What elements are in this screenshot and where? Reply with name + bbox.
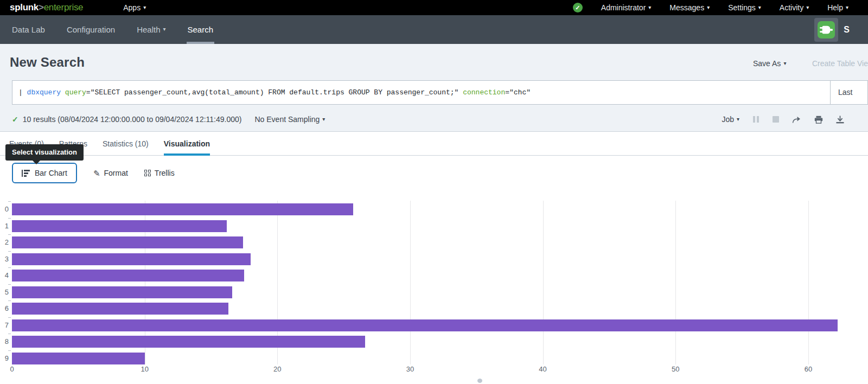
splunk-logo[interactable]: splunk>enterprise bbox=[10, 2, 83, 13]
chevron-down-icon bbox=[846, 4, 848, 10]
chart-type-label: Bar Chart bbox=[35, 169, 67, 177]
topbar-right: ✓ AdministratorMessagesSettingsActivityH… bbox=[573, 3, 868, 12]
bar[interactable] bbox=[12, 303, 228, 315]
event-sampling-menu[interactable]: No Event Sampling bbox=[254, 115, 325, 124]
trellis-button[interactable]: Trellis bbox=[144, 169, 175, 177]
menu-administrator[interactable]: Administrator bbox=[601, 3, 652, 12]
y-tick bbox=[8, 218, 11, 219]
select-visualization-tooltip: Select visualization bbox=[5, 144, 84, 161]
y-category-label: 8 bbox=[0, 337, 9, 345]
query-segment: dbxquery bbox=[27, 88, 61, 97]
print-button[interactable] bbox=[814, 116, 823, 124]
logo-gt: > bbox=[39, 2, 44, 12]
tooltip-text: Select visualization bbox=[12, 148, 77, 156]
bar[interactable] bbox=[12, 286, 232, 298]
x-tick-label: 30 bbox=[397, 365, 423, 373]
tab-statistics-10[interactable]: Statistics (10) bbox=[103, 132, 149, 155]
chevron-down-icon bbox=[648, 4, 651, 10]
y-tick bbox=[8, 251, 11, 252]
y-category-label: 2 bbox=[0, 238, 9, 246]
chart-type-button[interactable]: Bar Chart bbox=[12, 163, 77, 183]
format-label: Format bbox=[104, 169, 128, 177]
menu-help[interactable]: Help bbox=[827, 3, 848, 12]
y-tick bbox=[8, 234, 11, 235]
results-tabs: Events (0)PatternsStatistics (10)Visuali… bbox=[0, 132, 868, 156]
y-category-label: 3 bbox=[0, 255, 9, 263]
tab-label: Visualization bbox=[164, 139, 210, 148]
bar[interactable] bbox=[12, 236, 243, 248]
search-bar: | dbxquery query="SELECT passenger_count… bbox=[12, 80, 868, 105]
menu-label: Messages bbox=[669, 3, 704, 12]
menu-label: Settings bbox=[728, 3, 756, 12]
menu-label: Activity bbox=[780, 3, 803, 12]
scroll-indicator-dot[interactable] bbox=[477, 379, 482, 383]
apps-label: Apps bbox=[123, 3, 141, 12]
app-nav-health[interactable]: Health bbox=[137, 15, 165, 44]
trellis-label: Trellis bbox=[155, 169, 175, 177]
app-nav-search[interactable]: Search bbox=[188, 15, 214, 44]
health-check-icon[interactable]: ✓ bbox=[573, 3, 583, 12]
y-tick bbox=[8, 284, 11, 285]
format-button[interactable]: ✎ Format bbox=[93, 169, 128, 177]
app-name: S bbox=[844, 25, 850, 35]
job-controls: Job bbox=[722, 115, 856, 124]
chevron-down-icon bbox=[707, 4, 710, 10]
x-tick-label: 40 bbox=[530, 365, 556, 373]
stop-button[interactable] bbox=[773, 116, 779, 123]
y-tick bbox=[8, 350, 11, 351]
bar[interactable] bbox=[12, 353, 145, 364]
search-input[interactable]: | dbxquery query="SELECT passenger_count… bbox=[12, 81, 830, 104]
query-segment: ="chc" bbox=[505, 88, 531, 97]
y-category-label: 9 bbox=[0, 354, 9, 362]
time-range-picker[interactable]: Last bbox=[830, 81, 867, 104]
bar[interactable] bbox=[12, 253, 251, 265]
bar[interactable] bbox=[12, 336, 365, 348]
x-tick-label: 60 bbox=[795, 365, 821, 373]
bar[interactable] bbox=[12, 319, 838, 331]
save-as-button[interactable]: Save As bbox=[753, 59, 786, 68]
chevron-down-icon bbox=[143, 4, 146, 10]
plug-icon bbox=[818, 21, 835, 39]
query-segment bbox=[61, 88, 65, 97]
menu-messages[interactable]: Messages bbox=[669, 3, 710, 12]
pause-button[interactable] bbox=[752, 116, 760, 123]
bar-chart-icon bbox=[22, 170, 30, 177]
page-title: New Search bbox=[10, 55, 85, 70]
app-nav-configuration[interactable]: Configuration bbox=[67, 15, 115, 44]
app-nav-data-lab[interactable]: Data Lab bbox=[12, 15, 45, 44]
query-segment: query bbox=[65, 88, 86, 97]
sampling-label: No Event Sampling bbox=[254, 115, 320, 124]
chevron-down-icon bbox=[737, 116, 739, 122]
trellis-grid-icon bbox=[144, 170, 151, 176]
menu-activity[interactable]: Activity bbox=[780, 3, 809, 12]
save-as-label: Save As bbox=[753, 59, 781, 68]
gridline bbox=[543, 201, 544, 364]
bar[interactable] bbox=[12, 270, 244, 281]
check-icon: ✓ bbox=[12, 115, 18, 124]
y-tick bbox=[8, 201, 11, 202]
y-category-label: 5 bbox=[0, 288, 9, 296]
job-menu[interactable]: Job bbox=[722, 115, 739, 124]
topbar-menus: AdministratorMessagesSettingsActivityHel… bbox=[601, 3, 848, 12]
y-category-label: 4 bbox=[0, 271, 9, 279]
query-segment: | bbox=[18, 88, 27, 97]
chevron-down-icon bbox=[163, 26, 165, 32]
tab-visualization[interactable]: Visualization bbox=[164, 132, 210, 155]
bar[interactable] bbox=[12, 203, 353, 215]
y-category-label: 6 bbox=[0, 304, 9, 312]
menu-label: Help bbox=[827, 3, 843, 12]
time-range-label: Last bbox=[838, 88, 852, 97]
y-tick bbox=[8, 267, 11, 268]
top-bar: splunk>enterprise Apps ✓ AdministratorMe… bbox=[0, 0, 868, 15]
bar[interactable] bbox=[12, 220, 227, 232]
db-connect-app-tile[interactable] bbox=[814, 18, 838, 42]
job-label: Job bbox=[722, 115, 734, 124]
export-download-button[interactable] bbox=[836, 116, 844, 124]
menu-settings[interactable]: Settings bbox=[728, 3, 761, 12]
gridline bbox=[410, 201, 411, 364]
pencil-icon: ✎ bbox=[93, 169, 100, 177]
create-table-view-button[interactable]: Create Table View bbox=[812, 59, 868, 68]
share-button[interactable] bbox=[792, 116, 801, 124]
apps-menu[interactable]: Apps bbox=[123, 3, 146, 12]
y-category-label: 1 bbox=[0, 222, 9, 230]
